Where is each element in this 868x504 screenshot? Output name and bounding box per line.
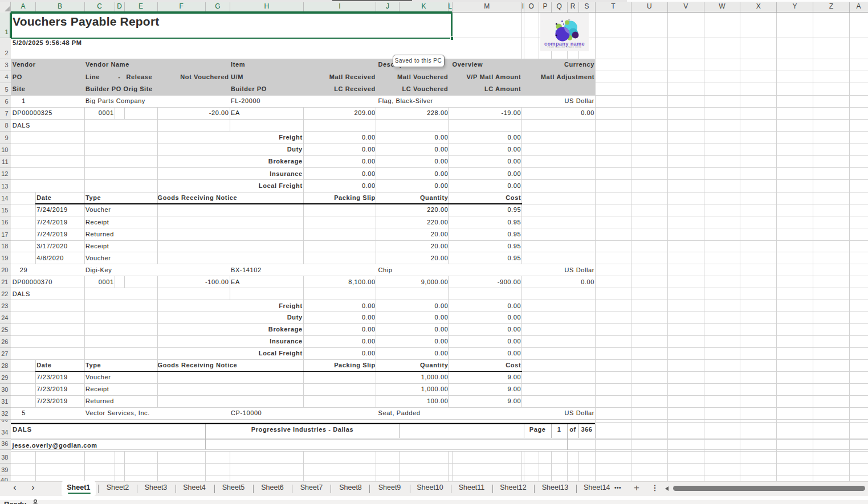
svg-text:YOUR TAGLINE SPACE HERE: YOUR TAGLINE SPACE HERE	[547, 46, 581, 48]
